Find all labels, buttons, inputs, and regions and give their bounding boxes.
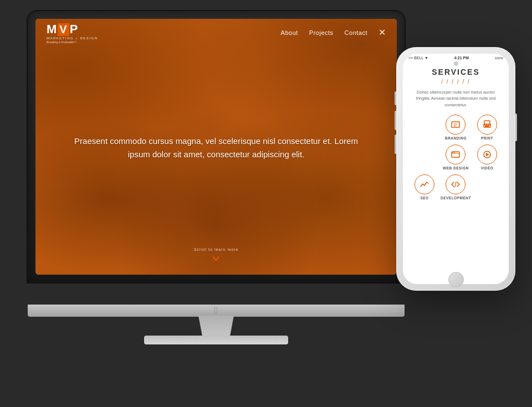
scroll-chevron-icon <box>194 255 239 264</box>
scroll-label: Scroll to learn more <box>194 248 239 251</box>
scroll-hint: Scroll to learn more <box>194 248 239 264</box>
video-label: VIDEO <box>481 166 494 170</box>
webdesign-label: WEB DESIGN <box>443 166 469 170</box>
svg-rect-0 <box>452 122 459 127</box>
services-divider: / / / / / / <box>408 79 503 85</box>
logo-subtitle: MARKETING + DESIGN <box>47 37 98 40</box>
imac-chin:  <box>28 305 405 317</box>
site-logo: MVP MARKETING + DESIGN Branding is Inval… <box>47 22 98 44</box>
logo-text: MVP <box>47 22 98 37</box>
service-video: VIDEO <box>473 145 501 170</box>
logo-v: V <box>58 23 69 36</box>
status-time: 4:21 PM <box>454 56 469 60</box>
print-icon <box>477 115 497 135</box>
service-development: DEVELOPMENT <box>441 174 471 200</box>
service-seo: SEO <box>411 174 438 200</box>
services-title: SERVICES <box>408 68 503 76</box>
svg-point-7 <box>454 152 456 153</box>
seo-label: SEO <box>420 196 428 200</box>
service-webdesign: WEB DESIGN <box>441 145 471 170</box>
seo-icon <box>415 174 434 194</box>
service-branding: BRANDING <box>441 115 471 140</box>
video-icon <box>477 145 497 164</box>
services-description: Donec ullamcorper nulla non metus auctor… <box>408 89 503 108</box>
phone-content: SERVICES / / / / / / Donec ullamcorper n… <box>403 62 509 284</box>
development-label: DEVELOPMENT <box>441 196 471 200</box>
imac-base <box>144 336 288 344</box>
close-icon[interactable]: ✕ <box>378 28 386 37</box>
svg-line-10 <box>455 182 456 187</box>
logo-tagline: Branding is Invaluable™ <box>47 40 98 44</box>
iphone-power-button <box>515 114 517 141</box>
carrier-info: >> BELL ▼ <box>408 56 428 60</box>
battery-info: 100% <box>495 56 503 60</box>
iphone-volume-up-button <box>395 111 396 130</box>
apple-logo-icon:  <box>214 305 218 317</box>
imac-screen: MVP MARKETING + DESIGN Branding is Inval… <box>35 19 397 275</box>
svg-point-6 <box>453 152 454 153</box>
imac-bezel: MVP MARKETING + DESIGN Branding is Inval… <box>28 11 405 282</box>
svg-rect-1 <box>484 121 490 125</box>
svg-rect-3 <box>485 126 489 127</box>
iphone-device: >> BELL ▼ 4:21 PM 100% SERVICES / / / / … <box>396 47 515 291</box>
print-label: PRINT <box>481 136 493 140</box>
iphone-camera <box>454 61 458 66</box>
imac-device: MVP MARKETING + DESIGN Branding is Inval… <box>17 11 416 404</box>
service-print: PRINT <box>473 115 501 140</box>
scene: MVP MARKETING + DESIGN Branding is Inval… <box>0 0 532 407</box>
iphone-status-bar: >> BELL ▼ 4:21 PM 100% <box>403 54 509 62</box>
iphone-home-button[interactable] <box>448 272 464 287</box>
website-background: MVP MARKETING + DESIGN Branding is Inval… <box>35 19 397 275</box>
branding-icon <box>446 115 466 135</box>
hero-content: Praesent commodo cursus magna, vel scele… <box>71 135 361 161</box>
site-navigation: MVP MARKETING + DESIGN Branding is Inval… <box>35 19 397 47</box>
nav-links: About Projects Contact ✕ <box>281 28 386 37</box>
svg-marker-9 <box>486 153 489 156</box>
hero-text: Praesent commodo cursus magna, vel scele… <box>71 135 361 161</box>
iphone-mute-button <box>395 91 396 105</box>
iphone-volume-down-button <box>395 135 396 154</box>
branding-label: BRANDING <box>445 136 467 140</box>
nav-about[interactable]: About <box>281 29 298 36</box>
nav-contact[interactable]: Contact <box>345 29 367 36</box>
development-icon <box>446 174 466 194</box>
webdesign-icon <box>446 145 466 164</box>
nav-projects[interactable]: Projects <box>309 29 334 36</box>
services-grid: BRANDING PRINT <box>408 115 503 200</box>
iphone-screen: >> BELL ▼ 4:21 PM 100% SERVICES / / / / … <box>403 54 509 284</box>
